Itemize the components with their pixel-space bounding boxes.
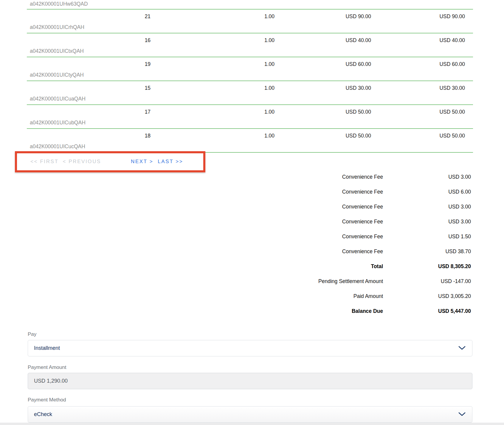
chevron-down-icon: [458, 412, 466, 417]
qty-cell: 17: [27, 109, 151, 115]
summary-label: Convenience Fee: [28, 234, 383, 240]
pay-label: Pay: [28, 331, 36, 337]
unit-cell: 1.00: [151, 133, 275, 139]
record-id: a042K00001UICrhQAH: [30, 24, 84, 30]
unit-price-cell: USD 60.00: [275, 61, 371, 67]
summary-value: USD 38.70: [383, 248, 471, 255]
summary-value: USD 1.50: [383, 234, 471, 240]
table-row: 19 1.00 USD 60.00 USD 60.00 a042K00001UI…: [27, 57, 473, 81]
summary-row: Convenience Fee USD 3.00: [28, 199, 471, 214]
unit-price-cell: USD 90.00: [275, 13, 371, 20]
summary-value: USD 6.00: [383, 189, 471, 195]
record-id: a042K00001UICucQAH: [30, 143, 85, 150]
table-row: 16 1.00 USD 40.00 USD 40.00 a042K00001UI…: [27, 33, 473, 57]
unit-price-cell: USD 40.00: [275, 37, 371, 44]
summary-value: USD 3.00: [383, 204, 471, 210]
payment-method-select[interactable]: eCheck: [28, 406, 472, 423]
pagination-last-link[interactable]: LAST >>: [158, 158, 183, 165]
summary-row: Pending Settlement Amount USD -147.00: [28, 274, 471, 289]
summary-value: USD 3.00: [383, 219, 471, 225]
unit-cell: 1.00: [151, 85, 275, 91]
table-row-partial: a042K00001UHw63QAD: [27, 0, 473, 10]
summary-row: Convenience Fee USD 3.00: [28, 169, 471, 184]
pay-select[interactable]: Installment: [28, 340, 472, 356]
unit-cell: 1.00: [151, 13, 275, 20]
line-total-cell: USD 50.00: [371, 133, 465, 139]
summary-row: Paid Amount USD 3,005.20: [28, 289, 471, 304]
table-row-values: 15 1.00 USD 30.00 USD 30.00: [27, 81, 473, 91]
summary-row: Balance Due USD 5,447.00: [28, 304, 471, 319]
record-id: a042K00001UICubQAH: [30, 120, 86, 126]
pagination: << FIRST < PREVIOUS NEXT > LAST >>: [30, 158, 183, 165]
record-id: a042K00001UICuaQAH: [30, 96, 86, 102]
summary-value: USD 3.00: [383, 174, 471, 180]
qty-cell: 15: [27, 85, 151, 91]
line-total-cell: USD 40.00: [371, 37, 465, 44]
summary-row: Convenience Fee USD 38.70: [28, 244, 471, 259]
table-row-values: 18 1.00 USD 50.00 USD 50.00: [27, 129, 473, 139]
summary-value: USD 8,305.20: [383, 263, 471, 270]
unit-price-cell: USD 50.00: [275, 133, 371, 139]
amount-summary: Convenience Fee USD 3.00 Convenience Fee…: [28, 169, 471, 319]
summary-label: Convenience Fee: [28, 174, 383, 180]
table-row: 15 1.00 USD 30.00 USD 30.00 a042K00001UI…: [27, 81, 473, 105]
qty-cell: 21: [27, 13, 151, 20]
qty-cell: 16: [27, 37, 151, 44]
pagination-next-link[interactable]: NEXT >: [131, 158, 153, 165]
pagination-previous-link: < PREVIOUS: [63, 158, 101, 165]
summary-value: USD 3,005.20: [383, 293, 471, 299]
summary-label: Balance Due: [28, 308, 383, 314]
summary-row: Convenience Fee USD 1.50: [28, 229, 471, 244]
line-total-cell: USD 60.00: [371, 61, 465, 67]
payment-method-label: Payment Method: [28, 397, 66, 403]
unit-cell: 1.00: [151, 109, 275, 115]
payment-method-select-value: eCheck: [34, 411, 52, 418]
unit-price-cell: USD 50.00: [275, 109, 371, 115]
table-row: 17 1.00 USD 50.00 USD 50.00 a042K00001UI…: [27, 105, 473, 129]
unit-price-cell: USD 30.00: [275, 85, 371, 91]
summary-row: Total USD 8,305.20: [28, 259, 471, 274]
summary-label: Total: [28, 263, 383, 270]
qty-cell: 19: [27, 61, 151, 67]
table-row-values: 16 1.00 USD 40.00 USD 40.00: [27, 33, 473, 44]
summary-row: Convenience Fee USD 6.00: [28, 184, 471, 199]
table-row-values: 17 1.00 USD 50.00 USD 50.00: [27, 105, 473, 115]
chevron-down-icon: [458, 346, 466, 351]
summary-label: Paid Amount: [28, 293, 383, 299]
qty-cell: 18: [27, 133, 151, 139]
summary-label: Convenience Fee: [28, 189, 383, 195]
record-id: a042K00001UICtxQAH: [30, 48, 84, 54]
payment-amount-value: USD 1,290.00: [34, 378, 68, 384]
unit-cell: 1.00: [151, 61, 275, 67]
summary-value: USD -147.00: [383, 278, 471, 285]
record-id: a042K00001UICtyQAH: [30, 72, 84, 78]
table-row: 21 1.00 USD 90.00 USD 90.00 a042K00001UI…: [27, 10, 473, 33]
line-total-cell: USD 30.00: [371, 85, 465, 91]
summary-value: USD 5,447.00: [383, 308, 471, 314]
summary-label: Convenience Fee: [28, 248, 383, 255]
line-total-cell: USD 90.00: [371, 13, 465, 20]
table-row: 18 1.00 USD 50.00 USD 50.00 a042K00001UI…: [27, 129, 473, 153]
pay-select-value: Installment: [34, 345, 60, 351]
payment-amount-label: Payment Amount: [28, 364, 66, 370]
table-row-values: 19 1.00 USD 60.00 USD 60.00: [27, 57, 473, 67]
summary-label: Convenience Fee: [28, 204, 383, 210]
record-id: a042K00001UHw63QAD: [30, 1, 88, 7]
payment-amount-input: USD 1,290.00: [28, 373, 472, 389]
table-row-values: 21 1.00 USD 90.00 USD 90.00: [27, 10, 473, 20]
summary-label: Pending Settlement Amount: [28, 278, 383, 285]
line-total-cell: USD 50.00: [371, 109, 465, 115]
unit-cell: 1.00: [151, 37, 275, 44]
summary-row: Convenience Fee USD 3.00: [28, 214, 471, 229]
summary-label: Convenience Fee: [28, 219, 383, 225]
bottom-edge-strip: [0, 423, 504, 425]
line-items-table: a042K00001UHw63QAD 21 1.00 USD 90.00 USD…: [27, 0, 473, 153]
pagination-first-link: << FIRST: [30, 158, 59, 165]
